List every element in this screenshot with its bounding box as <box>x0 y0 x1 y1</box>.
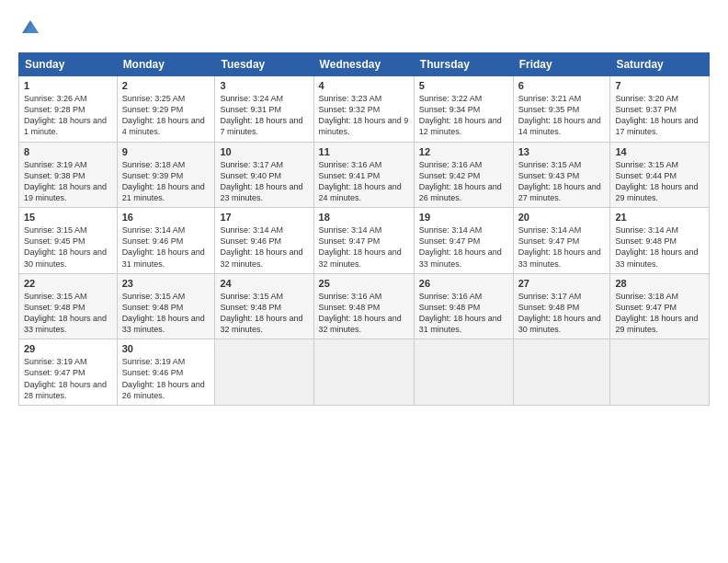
calendar-cell: 14Sunrise: 3:15 AMSunset: 9:44 PMDayligh… <box>610 142 710 208</box>
calendar-cell: 17Sunrise: 3:14 AMSunset: 9:46 PMDayligh… <box>215 208 313 274</box>
calendar-cell: 13Sunrise: 3:15 AMSunset: 9:43 PMDayligh… <box>513 142 610 208</box>
day-number: 22 <box>24 278 112 289</box>
calendar-cell: 6Sunrise: 3:21 AMSunset: 9:35 PMDaylight… <box>513 76 610 143</box>
calendar-cell: 26Sunrise: 3:16 AMSunset: 9:48 PMDayligh… <box>414 273 513 339</box>
day-number: 30 <box>122 343 210 354</box>
calendar-cell: 7Sunrise: 3:20 AMSunset: 9:37 PMDaylight… <box>610 76 710 143</box>
calendar-cell: 8Sunrise: 3:19 AMSunset: 9:38 PMDaylight… <box>19 142 118 208</box>
cell-content: Sunrise: 3:14 AMSunset: 9:47 PMDaylight:… <box>518 224 606 270</box>
cell-content: Sunrise: 3:19 AMSunset: 9:47 PMDaylight:… <box>24 356 112 401</box>
calendar-cell: 2Sunrise: 3:25 AMSunset: 9:29 PMDaylight… <box>117 76 215 143</box>
calendar-cell: 3Sunrise: 3:24 AMSunset: 9:31 PMDaylight… <box>215 76 313 143</box>
cell-content: Sunrise: 3:16 AMSunset: 9:42 PMDaylight:… <box>419 159 508 204</box>
day-number: 17 <box>220 212 308 223</box>
calendar-cell: 23Sunrise: 3:15 AMSunset: 9:48 PMDayligh… <box>117 273 215 339</box>
calendar-week-4: 22Sunrise: 3:15 AMSunset: 9:48 PMDayligh… <box>19 273 710 339</box>
day-number: 5 <box>419 80 508 91</box>
calendar-cell: 1Sunrise: 3:26 AMSunset: 9:28 PMDaylight… <box>19 76 118 143</box>
day-number: 29 <box>24 343 112 354</box>
cell-content: Sunrise: 3:14 AMSunset: 9:47 PMDaylight:… <box>319 224 409 270</box>
cell-content: Sunrise: 3:15 AMSunset: 9:48 PMDaylight:… <box>122 291 210 336</box>
calendar-cell: 24Sunrise: 3:15 AMSunset: 9:48 PMDayligh… <box>215 273 313 339</box>
calendar-cell: 4Sunrise: 3:23 AMSunset: 9:32 PMDaylight… <box>313 76 414 143</box>
cell-content: Sunrise: 3:17 AMSunset: 9:40 PMDaylight:… <box>220 159 308 204</box>
col-header-saturday: Saturday <box>610 53 710 76</box>
calendar-cell: 11Sunrise: 3:16 AMSunset: 9:41 PMDayligh… <box>313 142 414 208</box>
logo <box>18 17 40 41</box>
cell-content: Sunrise: 3:14 AMSunset: 9:47 PMDaylight:… <box>419 224 508 270</box>
day-number: 14 <box>615 146 704 157</box>
logo-icon <box>20 17 40 37</box>
cell-content: Sunrise: 3:23 AMSunset: 9:32 PMDaylight:… <box>319 93 409 138</box>
cell-content: Sunrise: 3:25 AMSunset: 9:29 PMDaylight:… <box>122 93 210 138</box>
day-number: 18 <box>319 212 409 223</box>
cell-content: Sunrise: 3:15 AMSunset: 9:43 PMDaylight:… <box>518 159 606 204</box>
calendar-week-2: 8Sunrise: 3:19 AMSunset: 9:38 PMDaylight… <box>19 142 710 208</box>
day-number: 28 <box>615 278 704 289</box>
day-number: 4 <box>319 80 409 91</box>
day-number: 20 <box>518 212 606 223</box>
calendar-cell: 5Sunrise: 3:22 AMSunset: 9:34 PMDaylight… <box>414 76 513 143</box>
calendar-cell: 16Sunrise: 3:14 AMSunset: 9:46 PMDayligh… <box>117 208 215 274</box>
calendar-cell <box>414 339 513 406</box>
cell-content: Sunrise: 3:20 AMSunset: 9:37 PMDaylight:… <box>615 93 704 138</box>
day-number: 10 <box>220 146 308 157</box>
calendar-cell: 27Sunrise: 3:17 AMSunset: 9:48 PMDayligh… <box>513 273 610 339</box>
day-number: 12 <box>419 146 508 157</box>
cell-content: Sunrise: 3:16 AMSunset: 9:41 PMDaylight:… <box>319 159 409 204</box>
day-number: 1 <box>24 80 112 91</box>
calendar-week-5: 29Sunrise: 3:19 AMSunset: 9:47 PMDayligh… <box>19 339 710 406</box>
calendar-cell <box>215 339 313 406</box>
cell-content: Sunrise: 3:26 AMSunset: 9:28 PMDaylight:… <box>24 93 112 138</box>
day-number: 25 <box>319 278 409 289</box>
day-number: 16 <box>122 212 210 223</box>
col-header-wednesday: Wednesday <box>313 53 414 76</box>
calendar-cell: 22Sunrise: 3:15 AMSunset: 9:48 PMDayligh… <box>19 273 118 339</box>
cell-content: Sunrise: 3:15 AMSunset: 9:48 PMDaylight:… <box>220 291 308 336</box>
col-header-tuesday: Tuesday <box>215 53 313 76</box>
calendar-cell: 28Sunrise: 3:18 AMSunset: 9:47 PMDayligh… <box>610 273 710 339</box>
cell-content: Sunrise: 3:15 AMSunset: 9:45 PMDaylight:… <box>24 224 112 270</box>
col-header-monday: Monday <box>117 53 215 76</box>
calendar-cell: 21Sunrise: 3:14 AMSunset: 9:48 PMDayligh… <box>610 208 710 274</box>
col-header-friday: Friday <box>513 53 610 76</box>
cell-content: Sunrise: 3:15 AMSunset: 9:44 PMDaylight:… <box>615 159 704 204</box>
cell-content: Sunrise: 3:14 AMSunset: 9:46 PMDaylight:… <box>122 224 210 270</box>
cell-content: Sunrise: 3:21 AMSunset: 9:35 PMDaylight:… <box>518 93 606 138</box>
col-header-sunday: Sunday <box>19 53 118 76</box>
cell-content: Sunrise: 3:17 AMSunset: 9:48 PMDaylight:… <box>518 291 606 336</box>
day-number: 11 <box>319 146 409 157</box>
cell-content: Sunrise: 3:15 AMSunset: 9:48 PMDaylight:… <box>24 291 112 336</box>
cell-content: Sunrise: 3:19 AMSunset: 9:46 PMDaylight:… <box>122 356 210 401</box>
day-number: 26 <box>419 278 508 289</box>
cell-content: Sunrise: 3:22 AMSunset: 9:34 PMDaylight:… <box>419 93 508 138</box>
calendar-cell <box>610 339 710 406</box>
calendar-cell: 19Sunrise: 3:14 AMSunset: 9:47 PMDayligh… <box>414 208 513 274</box>
day-number: 27 <box>518 278 606 289</box>
calendar-cell: 25Sunrise: 3:16 AMSunset: 9:48 PMDayligh… <box>313 273 414 339</box>
day-number: 9 <box>122 146 210 157</box>
cell-content: Sunrise: 3:14 AMSunset: 9:48 PMDaylight:… <box>615 224 704 270</box>
calendar-cell: 10Sunrise: 3:17 AMSunset: 9:40 PMDayligh… <box>215 142 313 208</box>
calendar-cell: 12Sunrise: 3:16 AMSunset: 9:42 PMDayligh… <box>414 142 513 208</box>
day-number: 8 <box>24 146 112 157</box>
day-number: 19 <box>419 212 508 223</box>
cell-content: Sunrise: 3:16 AMSunset: 9:48 PMDaylight:… <box>419 291 508 336</box>
calendar-table: SundayMondayTuesdayWednesdayThursdayFrid… <box>18 52 710 406</box>
cell-content: Sunrise: 3:18 AMSunset: 9:39 PMDaylight:… <box>122 159 210 204</box>
cell-content: Sunrise: 3:19 AMSunset: 9:38 PMDaylight:… <box>24 159 112 204</box>
cell-content: Sunrise: 3:16 AMSunset: 9:48 PMDaylight:… <box>319 291 409 336</box>
calendar-cell: 29Sunrise: 3:19 AMSunset: 9:47 PMDayligh… <box>19 339 118 406</box>
calendar-cell <box>313 339 414 406</box>
cell-content: Sunrise: 3:24 AMSunset: 9:31 PMDaylight:… <box>220 93 308 138</box>
day-number: 2 <box>122 80 210 91</box>
calendar-week-3: 15Sunrise: 3:15 AMSunset: 9:45 PMDayligh… <box>19 208 710 274</box>
day-number: 15 <box>24 212 112 223</box>
day-number: 24 <box>220 278 308 289</box>
cell-content: Sunrise: 3:18 AMSunset: 9:47 PMDaylight:… <box>615 291 704 336</box>
calendar-cell <box>513 339 610 406</box>
calendar-cell: 20Sunrise: 3:14 AMSunset: 9:47 PMDayligh… <box>513 208 610 274</box>
day-number: 6 <box>518 80 606 91</box>
calendar-week-1: 1Sunrise: 3:26 AMSunset: 9:28 PMDaylight… <box>19 76 710 143</box>
col-header-thursday: Thursday <box>414 53 513 76</box>
